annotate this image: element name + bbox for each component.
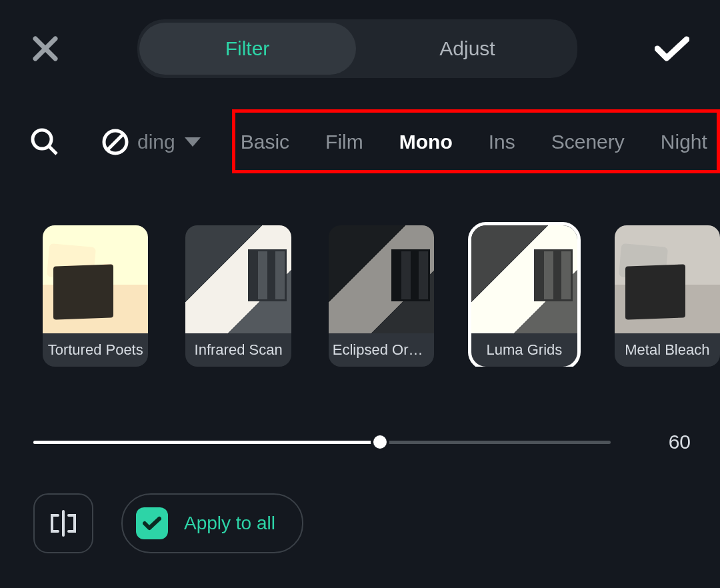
filter-label: Metal Bleach [615, 333, 720, 367]
category-night[interactable]: Night [661, 131, 707, 153]
filter-preview [329, 225, 434, 333]
apply-all-label: Apply to all [184, 513, 275, 534]
svg-line-5 [107, 134, 123, 150]
filter-label: Tortured Poets [43, 333, 148, 367]
search-icon [30, 127, 59, 157]
category-ins[interactable]: Ins [489, 131, 515, 153]
intensity-slider[interactable] [33, 433, 611, 451]
intensity-value: 60 [651, 431, 691, 453]
check-icon [143, 516, 161, 531]
filter-preview [615, 225, 720, 333]
filter-preview [43, 225, 148, 333]
top-bar: Filter Adjust [0, 0, 720, 79]
tab-adjust[interactable]: Adjust [359, 23, 576, 75]
category-film[interactable]: Film [325, 131, 363, 153]
chevron-down-icon [185, 137, 201, 147]
category-area: ding BasicFilmMonoInsSceneryNight [0, 112, 720, 179]
filter-thumb[interactable]: Metal Bleach [615, 225, 720, 367]
close-button[interactable] [29, 33, 61, 65]
filter-preview [185, 225, 291, 333]
category-scenery[interactable]: Scenery [551, 131, 625, 153]
svg-line-3 [49, 147, 57, 154]
apply-all-checkbox[interactable] [136, 507, 168, 539]
apply-to-all-button[interactable]: Apply to all [121, 493, 303, 553]
none-filter-button[interactable] [100, 127, 131, 157]
intensity-row: 60 [0, 367, 720, 453]
ban-icon [101, 128, 129, 156]
compare-icon [48, 510, 79, 537]
filter-label: Luma Grids [471, 333, 577, 367]
slider-knob[interactable] [371, 433, 389, 451]
filter-thumb[interactable]: Luma Grids [471, 225, 577, 367]
category-dropdown[interactable]: ding [137, 131, 201, 153]
category-list: BasicFilmMonoInsSceneryNight [241, 131, 707, 153]
mode-tabs: Filter Adjust [137, 19, 577, 78]
filter-label: Infrared Scan [185, 333, 291, 367]
category-basic[interactable]: Basic [241, 131, 289, 153]
filter-thumb[interactable]: Tortured Poets [43, 225, 148, 367]
bottom-actions: Apply to all [0, 453, 720, 553]
close-icon [33, 36, 58, 61]
tab-filter[interactable]: Filter [139, 23, 356, 75]
filter-thumb[interactable]: Infrared Scan [185, 225, 291, 367]
compare-button[interactable] [33, 493, 93, 553]
slider-fill [33, 441, 380, 444]
dropdown-label: ding [137, 131, 175, 153]
filter-thumbnails: Tortured PoetsInfrared ScanEclipsed Ora…… [0, 179, 720, 367]
filter-label: Eclipsed Ora… [329, 333, 434, 367]
category-mono[interactable]: Mono [399, 131, 453, 153]
confirm-button[interactable] [653, 30, 691, 67]
svg-point-2 [33, 130, 51, 149]
search-button[interactable] [29, 127, 60, 157]
check-icon [655, 35, 689, 62]
filter-preview [471, 225, 577, 333]
filter-thumb[interactable]: Eclipsed Ora… [329, 225, 434, 367]
